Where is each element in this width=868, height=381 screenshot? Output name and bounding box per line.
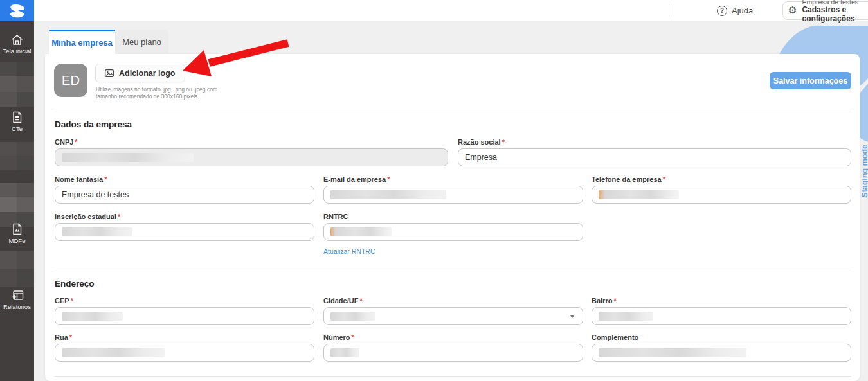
bairro-input[interactable] [592, 307, 851, 325]
telefone-input[interactable] [592, 186, 851, 204]
staging-mode-watermark: Staging mode [860, 145, 868, 209]
field-label: Rua [55, 333, 68, 341]
field-label: Inscrição estadual [55, 213, 116, 220]
brand-swirl-icon [9, 4, 26, 18]
sidebar-item-label: MDFe [9, 237, 26, 244]
field-rntrc: RNTRC [323, 213, 583, 241]
field-razao-social: Razão social* [458, 138, 851, 166]
razao-social-input[interactable] [458, 148, 851, 166]
email-input[interactable] [323, 186, 583, 204]
logo-helper-text: Utilize imagens no formato .jpg, .png ou… [96, 86, 217, 100]
tab-minha-empresa[interactable]: Minha empresa [49, 30, 115, 54]
redacted-sidebar-items [0, 62, 34, 107]
nome-fantasia-input[interactable] [55, 186, 314, 204]
sidebar-item-label: Relatórios [3, 303, 31, 310]
redacted-value [330, 190, 446, 199]
required-marker: * [69, 333, 72, 341]
field-label: CNPJ [55, 138, 73, 146]
rntrc-input[interactable] [323, 223, 583, 241]
complemento-input[interactable] [592, 344, 851, 362]
inscricao-estadual-input[interactable] [55, 223, 314, 241]
field-cidade-uf: Cidade/UF* [323, 297, 583, 325]
redacted-value [62, 227, 132, 236]
sidebar: Tela inicial CTe MDFe [0, 0, 34, 381]
header-divider [741, 4, 741, 17]
sidebar-item-cte[interactable]: CTe [0, 111, 34, 132]
field-label: Cidade/UF [323, 297, 358, 305]
required-marker: * [613, 297, 616, 305]
document-icon [12, 111, 23, 123]
redacted-sidebar-items [0, 251, 34, 287]
help-button[interactable]: ? Ajuda [717, 0, 753, 21]
redacted-value [330, 348, 359, 357]
field-label: CEP [55, 297, 69, 305]
divider [55, 111, 851, 111]
rua-input[interactable] [55, 344, 314, 362]
field-rua: Rua* [55, 333, 314, 362]
app-logo[interactable] [0, 0, 34, 21]
field-inscricao-estadual: Inscrição estadual* [55, 213, 314, 241]
cnpj-input[interactable] [55, 148, 448, 166]
field-bairro: Bairro* [592, 297, 851, 325]
field-label: Nome fantasia [55, 175, 103, 183]
redacted-value [599, 348, 746, 357]
sidebar-item-label: CTe [12, 125, 23, 132]
required-marker: * [75, 138, 77, 146]
field-label: RNTRC [323, 213, 348, 220]
company-section: Cadastros e configurações [802, 6, 868, 24]
sidebar-item-relatorios[interactable]: Relatórios [0, 290, 34, 310]
redacted-sidebar-items [0, 183, 34, 227]
company-switcher-dropdown[interactable]: ⚙ Empresa de testes Cadastros e configur… [782, 1, 868, 20]
field-label: Bairro [592, 297, 612, 305]
help-label: Ajuda [732, 6, 753, 15]
header-divider [669, 4, 669, 17]
cep-input[interactable] [55, 307, 314, 325]
company-avatar: ED [54, 64, 87, 97]
field-label: E-mail da empresa [323, 175, 386, 183]
redacted-value [599, 190, 679, 199]
home-icon [11, 34, 23, 46]
question-circle-icon: ? [717, 6, 727, 16]
atualizar-rntrc-link[interactable]: Atualizar RNTRC [323, 247, 375, 255]
field-nome-fantasia: Nome fantasia* [55, 175, 314, 204]
divider [55, 270, 851, 270]
redacted-sidebar-items [0, 142, 34, 170]
save-button[interactable]: Salvar informações [770, 72, 851, 89]
sidebar-item-mdfe[interactable]: MDFe [0, 223, 34, 244]
field-label: Razão social [458, 138, 501, 146]
redacted-value [62, 153, 194, 162]
field-label: Complemento [592, 333, 638, 341]
field-telefone: Telefone da empresa* [592, 175, 851, 204]
field-cnpj: CNPJ* [55, 138, 448, 166]
section-title-dados-empresa: Dados da empresa [55, 120, 132, 129]
add-logo-button[interactable]: Adicionar logo [95, 64, 185, 82]
redacted-value [599, 312, 653, 321]
field-complemento: Complemento [592, 333, 851, 362]
section-title-endereco: Endereço [55, 279, 95, 288]
cidade-uf-select[interactable] [323, 307, 583, 325]
sidebar-item-label: Tela inicial [3, 48, 32, 55]
divider [55, 376, 851, 377]
field-label: Número [323, 333, 350, 341]
redacted-value [330, 227, 392, 236]
field-label: Telefone da empresa [592, 175, 662, 183]
numero-input[interactable] [323, 344, 583, 362]
document-chart-icon [12, 223, 23, 235]
field-numero: Número* [323, 333, 583, 362]
image-icon [105, 69, 114, 77]
dropdown-caret-icon [570, 315, 575, 318]
top-header: ? Ajuda ⚙ Empresa de testes Cadastros e … [34, 0, 868, 21]
field-email: E-mail da empresa* [323, 175, 583, 204]
tab-meu-plano[interactable]: Meu plano [115, 30, 168, 54]
required-marker: * [118, 213, 120, 220]
required-marker: * [71, 297, 73, 305]
gear-icon: ⚙ [788, 6, 797, 15]
required-marker: * [502, 138, 505, 146]
sidebar-item-tela-inicial[interactable]: Tela inicial [0, 34, 34, 55]
company-settings-card: ED Adicionar logo Utilize imagens no for… [45, 54, 860, 381]
redacted-value [62, 348, 165, 357]
required-marker: * [352, 333, 354, 341]
required-marker: * [104, 175, 107, 183]
redacted-value [62, 312, 123, 321]
report-icon [11, 290, 24, 301]
